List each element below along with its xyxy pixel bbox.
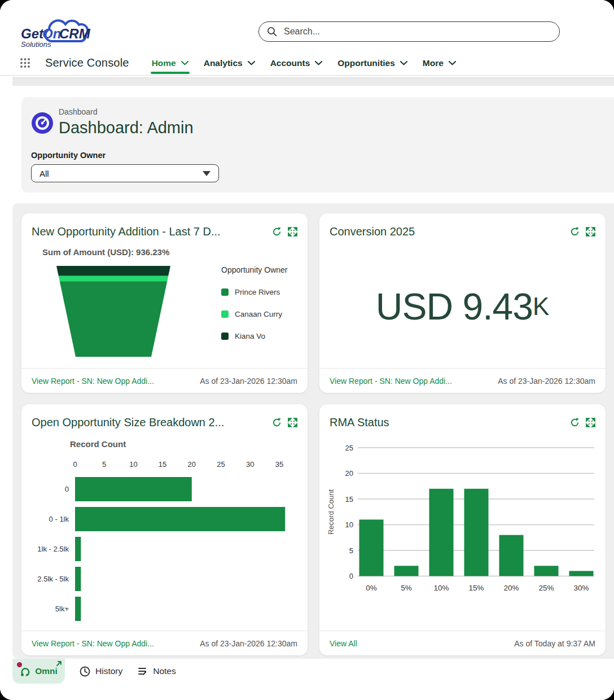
bar [75,567,81,591]
view-report-link[interactable]: View Report - SN: New Opp Addi... [330,377,452,386]
chevron-down-icon [449,61,456,65]
chevron-down-icon [181,61,188,65]
refresh-icon[interactable] [570,418,580,427]
funnel-legend: Opportunity Owner Prince RiversCanaan Cu… [221,265,288,340]
filter-label: Opportunity Owner [31,151,106,160]
x-tick-label: 10 [129,460,137,469]
bar [429,489,454,576]
bar [534,566,559,576]
horizontal-bar-chart: 0510152025303500 - 1lk1lk - 2.5lk2.5lk -… [21,458,308,627]
utility-tab-label: History [95,666,122,676]
x-tick-label: 20% [503,584,519,592]
refresh-icon[interactable] [272,227,282,237]
notes-icon [137,666,148,677]
utility-tab-omni[interactable]: Omni [12,659,65,684]
legend-label: Canaan Curry [235,310,282,318]
dashboard-icon [31,112,54,134]
global-search[interactable] [258,21,560,42]
nav-tab-label: Home [152,58,176,68]
app-launcher-icon[interactable] [20,58,30,68]
y-axis-title: Record Count [328,489,335,535]
as-of-timestamp: As of Today at 9:37 AM [514,639,595,648]
nav-tab-analytics[interactable]: Analytics [204,51,255,75]
logo-get: Get [21,26,44,41]
funnel-segment [59,276,169,282]
x-tick-label: 30% [573,584,589,592]
nav-bar: Service Console Home Analytics Accounts … [0,51,614,76]
card-conversion-2025: Conversion 2025 USD 9.43K View Report - … [319,213,606,393]
view-all-link[interactable]: View All [330,639,357,648]
view-report-link[interactable]: View Report - SN: New Opp Addi... [32,639,154,648]
as-of-timestamp: As of 23-Jan-2026 12:30am [200,377,297,386]
expand-icon[interactable] [586,418,595,427]
nav-tab-home[interactable]: Home [152,51,188,75]
y-tick-label: 5 [349,546,353,555]
nav-tab-opportunities[interactable]: Opportunities [337,51,407,75]
history-clock-icon [80,666,90,677]
refresh-icon[interactable] [570,227,580,237]
y-tick-label: 10 [345,520,353,529]
app-window: Get On CRM Solutions Service Console [0,0,614,700]
utility-tab-notes[interactable]: Notes [137,659,176,684]
card-title: Conversion 2025 [330,225,570,238]
refresh-icon[interactable] [272,418,282,427]
utility-tab-history[interactable]: History [80,659,122,684]
utility-tab-label: Notes [153,666,176,676]
legend-item: Kiana Vo [221,332,288,340]
x-tick-label: 0 [73,460,77,469]
card-new-opportunity-addition: New Opportunity Addition - Last 7 D... S… [21,213,308,393]
record-type-label: Dashboard [59,107,98,116]
x-tick-label: 30 [246,460,254,469]
bar [75,537,81,561]
bar [75,477,192,501]
page-title: Dashboard: Admin [59,119,194,137]
nav-tab-label: Accounts [270,58,310,68]
nav-tab-accounts[interactable]: Accounts [270,51,323,75]
chevron-down-icon [315,61,322,65]
legend-label: Kiana Vo [235,332,265,340]
y-tick-label: 15 [345,495,353,504]
dashboard-header-panel: Dashboard Dashboard: Admin Opportunity O… [21,97,614,193]
as-of-timestamp: As of 23-Jan-2026 12:30am [498,377,595,386]
legend-swatch [221,333,229,340]
bar [464,489,489,576]
expand-icon[interactable] [586,227,595,237]
legend-label: Prince Rivers [235,288,280,296]
vertical-bar-chart: 25201510500%5%10%15%20%25%30%Record Coun… [328,437,599,606]
category-label: 1lk - 2.5lk [37,545,69,553]
funnel-segment [60,281,167,357]
view-report-link[interactable]: View Report - SN: New Opp Addi... [32,377,154,386]
nav-tab-label: Analytics [204,58,243,68]
x-tick-label: 20 [188,460,196,469]
chevron-down-icon [248,61,255,65]
nav-tab-label: Opportunities [337,58,395,68]
category-label: 2.5lk - 5lk [37,575,69,583]
metric-body: USD 9.43K [319,245,606,368]
nav-tab-label: More [423,58,444,68]
legend-item: Canaan Curry [221,310,288,318]
y-tick-label: 20 [345,469,353,478]
category-label: 0 - 1lk [49,515,69,523]
x-tick-label: 25 [217,460,225,469]
card-title: RMA Status [330,416,570,429]
nav-tab-more[interactable]: More [423,51,456,75]
x-tick-label: 35 [275,460,283,469]
utility-bar: Omni History Notes [0,659,614,700]
as-of-timestamp: As of 23-Jan-2026 12:30am [200,639,297,648]
card-title: New Opportunity Addition - Last 7 D... [32,225,272,238]
category-label: 0 [65,485,69,493]
expand-icon[interactable] [288,418,297,427]
opportunity-owner-select[interactable]: All [31,164,219,182]
x-tick-label: 5 [102,460,106,469]
bar [75,507,285,531]
x-tick-label: 25% [538,584,554,592]
card-title: Open Opportunity Size Breakdown 2... [32,416,272,429]
funnel-chart [55,265,174,358]
bar [569,571,594,576]
expand-icon[interactable] [288,227,297,237]
search-input[interactable] [283,26,551,37]
app-name: Service Console [45,56,129,69]
bar [394,566,419,576]
chevron-down-icon [400,61,407,65]
omni-channel-icon [20,666,30,677]
